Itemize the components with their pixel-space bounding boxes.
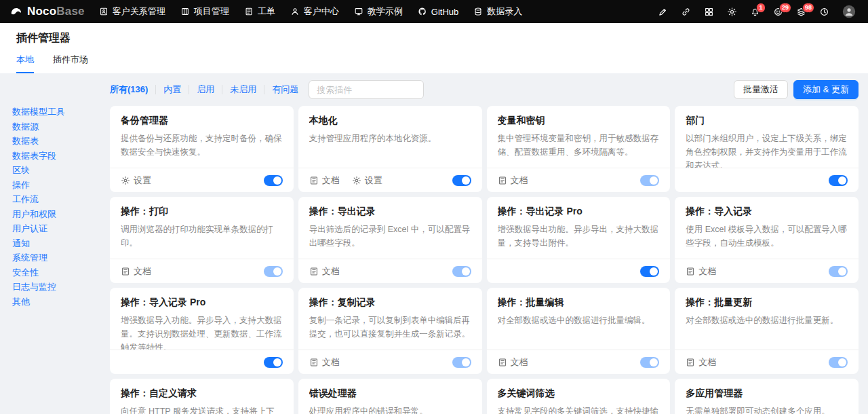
- sidebar-category-item[interactable]: 区块: [12, 163, 96, 178]
- plugin-settings-link[interactable]: 设置: [121, 174, 151, 187]
- plugin-enable-toggle[interactable]: [452, 175, 471, 186]
- apps-icon[interactable]: [704, 7, 714, 17]
- nav-item[interactable]: 客户中心: [283, 0, 347, 23]
- tab-local[interactable]: 本地: [16, 54, 34, 73]
- plugin-enable-toggle[interactable]: [264, 266, 283, 277]
- plugin-enable-toggle[interactable]: [264, 175, 283, 186]
- sidebar-category-item[interactable]: 其他: [12, 295, 96, 309]
- smiley-icon[interactable]: 29: [773, 7, 783, 17]
- plugin-docs-link[interactable]: 文档: [498, 356, 528, 369]
- filter-link[interactable]: 未启用: [222, 85, 264, 94]
- sidebar-category-item[interactable]: 操作: [12, 178, 96, 193]
- nav-item[interactable]: 项目管理: [173, 0, 237, 23]
- nocobase-logo[interactable]: NocoBase: [9, 5, 85, 18]
- nav-item[interactable]: GitHub: [410, 0, 466, 23]
- sidebar-category-item[interactable]: 用户认证: [12, 221, 96, 236]
- batch-activate-button[interactable]: 批量激活: [734, 80, 788, 99]
- clock-icon[interactable]: [819, 7, 829, 17]
- plugin-title: 多应用管理器: [686, 388, 848, 400]
- plugin-card-footer: [110, 350, 294, 374]
- nav-item[interactable]: 工单: [237, 0, 283, 23]
- plugin-docs-link[interactable]: 文档: [309, 174, 340, 187]
- add-update-button[interactable]: 添加 & 更新: [793, 80, 859, 99]
- plugin-title: 操作：导出记录: [309, 206, 471, 218]
- nav-item[interactable]: 数据录入: [466, 0, 530, 23]
- notification-badge: 1: [756, 3, 766, 13]
- tutorial-icon: [354, 7, 363, 16]
- doc-icon: [309, 267, 319, 276]
- sidebar-category-item[interactable]: 数据表字段: [12, 149, 96, 164]
- doc-icon: [686, 358, 695, 367]
- logo-text: NocoBase: [27, 5, 85, 18]
- plugin-enable-toggle[interactable]: [640, 175, 659, 186]
- plugin-card: 本地化支持管理应用程序的本地化资源。文档设置: [298, 106, 482, 192]
- sidebar-category-item[interactable]: 通知: [12, 236, 96, 251]
- sidebar-category-item[interactable]: 数据源: [12, 119, 96, 134]
- sidebar-category-item[interactable]: 数据表: [12, 134, 96, 149]
- settings-icon[interactable]: [727, 7, 737, 17]
- api-link-icon[interactable]: [681, 7, 691, 17]
- plugin-description: 以部门来组织用户，设定上下级关系，绑定角色控制权限，并支持作为变量用于工作流和表…: [686, 132, 848, 168]
- plugin-title: 部门: [686, 115, 848, 127]
- plugin-enable-toggle[interactable]: [829, 266, 848, 277]
- filter-link[interactable]: 有问题: [264, 85, 306, 94]
- plugin-card-footer: 设置: [110, 168, 294, 192]
- plugin-enable-toggle[interactable]: [264, 357, 283, 368]
- plugin-settings-link[interactable]: 设置: [352, 174, 382, 187]
- plugin-docs-link[interactable]: 文档: [121, 265, 151, 278]
- layers-icon[interactable]: 98: [796, 7, 806, 17]
- plugin-enable-toggle[interactable]: [452, 357, 471, 368]
- plugin-title: 操作：批量编辑: [498, 297, 660, 309]
- plugin-grid: 备份管理器提供备份与还原功能，支持定时备份，确保数据安全与快速恢复。设置本地化支…: [110, 106, 859, 414]
- plugin-description: 支持常见字段的多关键词筛选，支持快捷输入或从 Excel 批量导入关键词。: [498, 404, 660, 414]
- plugin-title: 操作：导入记录: [686, 206, 848, 218]
- filter-link[interactable]: 启用: [189, 85, 222, 94]
- plugin-description: 向任意 HTTP 服务发送请求，支持将上下文数据发送给目标服务。: [121, 404, 283, 414]
- notification-badge: 29: [779, 3, 791, 13]
- nav-item[interactable]: 教学示例: [347, 0, 410, 23]
- plugin-docs-link[interactable]: 文档: [498, 174, 528, 187]
- nav-item-label: 工单: [258, 5, 275, 18]
- sidebar-category-item[interactable]: 工作流: [12, 192, 96, 207]
- sidebar-category-item[interactable]: 安全性: [12, 265, 96, 280]
- plugin-enable-toggle[interactable]: [829, 175, 848, 186]
- ui-editor-icon[interactable]: [658, 7, 668, 17]
- plugin-description: 增强数据导出功能。异步导出，支持大数据量，支持导出附件。: [498, 223, 660, 259]
- plugin-enable-toggle[interactable]: [452, 266, 471, 277]
- search-input[interactable]: [309, 80, 424, 99]
- plugin-title: 操作：导出记录 Pro: [498, 206, 660, 218]
- plugin-card-footer: 文档: [298, 259, 482, 283]
- plugin-docs-link[interactable]: 文档: [686, 356, 716, 369]
- filter-link[interactable]: 所有(136): [110, 85, 156, 94]
- notification-badge: 98: [802, 3, 814, 13]
- plugin-docs-link[interactable]: 文档: [309, 265, 340, 278]
- sidebar-category-item[interactable]: 日志与监控: [12, 280, 96, 295]
- plugin-card-footer: 文档: [675, 259, 859, 283]
- plugin-enable-toggle[interactable]: [640, 357, 659, 368]
- plugin-enable-toggle[interactable]: [829, 357, 848, 368]
- plugin-docs-link[interactable]: 文档: [686, 265, 716, 278]
- nav-item[interactable]: 客户关系管理: [92, 0, 173, 23]
- plugin-link-label: 文档: [322, 265, 340, 278]
- doc-icon: [498, 176, 507, 185]
- sidebar-category-item[interactable]: 系统管理: [12, 250, 96, 265]
- nav-item-label: 客户中心: [304, 5, 339, 18]
- filter-link[interactable]: 内置: [156, 85, 189, 94]
- nav-item-label: 客户关系管理: [113, 5, 165, 18]
- plugin-description: 对全部数据或选中的数据进行批量编辑。: [498, 314, 660, 350]
- sidebar-category-item[interactable]: 用户和权限: [12, 207, 96, 222]
- plugin-description: 处理应用程序中的错误和异常。: [309, 404, 471, 414]
- user-avatar[interactable]: [842, 5, 856, 18]
- plugin-card-footer: [487, 259, 671, 283]
- filter-links: 所有(136)内置启用未启用有问题: [110, 85, 306, 94]
- sidebar-category-item[interactable]: 数据模型工具: [12, 105, 96, 119]
- page-header: 插件管理器 本地插件市场: [0, 23, 868, 73]
- plugin-enable-toggle[interactable]: [640, 266, 659, 277]
- plugin-docs-link[interactable]: 文档: [309, 356, 340, 369]
- plugin-description: 集中管理环境变量和密钥，用于敏感数据存储、配置数据重用、多环境隔离等。: [498, 132, 660, 168]
- bell-icon[interactable]: 1: [750, 7, 760, 17]
- project-icon: [180, 7, 190, 16]
- top-navbar: NocoBase 客户关系管理项目管理工单客户中心教学示例GitHub数据录入 …: [0, 0, 868, 23]
- tab-plugin-market[interactable]: 插件市场: [53, 54, 88, 73]
- plugin-card: 多关键词筛选支持常见字段的多关键词筛选，支持快捷输入或从 Excel 批量导入关…: [487, 379, 671, 414]
